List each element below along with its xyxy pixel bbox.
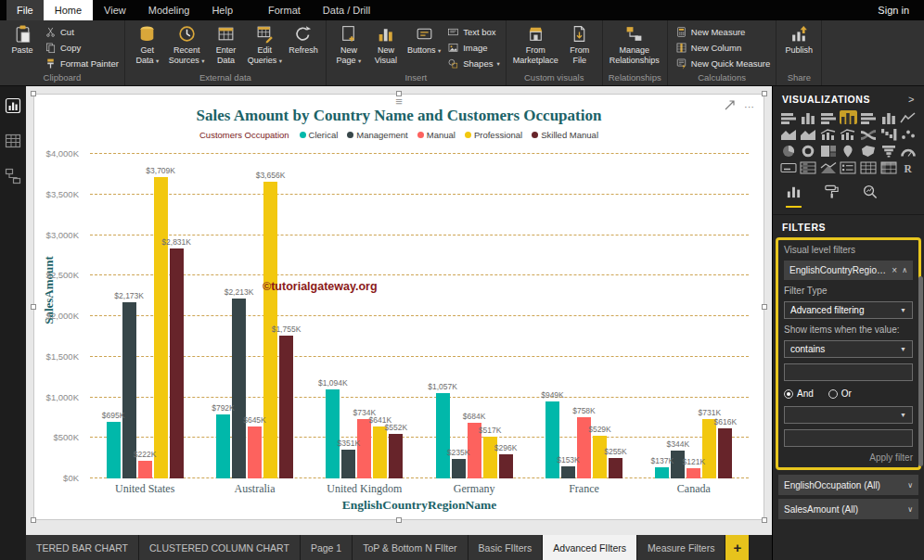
100-stacked-column-chart-icon[interactable] xyxy=(879,110,898,124)
new-measure-button[interactable]: New Measure xyxy=(675,26,771,38)
kpi-icon[interactable] xyxy=(819,160,838,174)
bar-clerical-australia[interactable] xyxy=(216,414,230,478)
manage-relationships-button[interactable]: ManageRelationships xyxy=(607,22,662,65)
page-tab-top-bottom-n-filter[interactable]: ToP & Bottom N FIlter xyxy=(353,535,468,560)
clustered-column-chart-visual[interactable]: ≡ ··· Sales Amount by Country Name and C… xyxy=(33,94,764,520)
line-and-clustered-column-chart-icon[interactable] xyxy=(840,127,858,141)
bar-clerical-germany[interactable] xyxy=(436,393,450,478)
pane-tab-format[interactable] xyxy=(824,184,840,208)
treemap-icon[interactable] xyxy=(819,144,838,158)
operator2-dropdown[interactable]: ▼ xyxy=(784,406,913,424)
legend-item-skilled-manual[interactable]: Skilled Manual xyxy=(532,130,598,140)
bar-manual-australia[interactable] xyxy=(248,426,262,478)
bar-professional-canada[interactable] xyxy=(702,419,716,478)
clustered-bar-chart-icon[interactable] xyxy=(819,110,838,124)
resize-handle[interactable] xyxy=(31,304,36,310)
shapes-button[interactable]: Shapes ▾ xyxy=(447,57,500,70)
donut-chart-icon[interactable] xyxy=(800,144,818,158)
bar-manual-united-kingdom[interactable] xyxy=(357,419,371,478)
remove-filter-icon[interactable]: × xyxy=(892,265,897,275)
bar-management-germany[interactable] xyxy=(452,459,466,478)
ribbon-tab-home[interactable]: Home xyxy=(44,0,93,20)
filter-card-englishcountryregionname[interactable]: EnglishCountryRegionName × ∧ xyxy=(784,261,913,280)
bar-management-united-kingdom[interactable] xyxy=(341,450,355,478)
expand-filter-icon[interactable]: ∨ xyxy=(907,481,913,490)
resize-handle[interactable] xyxy=(31,91,36,96)
map-icon[interactable] xyxy=(840,144,858,158)
sign-in-button[interactable]: Sign in xyxy=(878,0,909,20)
new-column-button[interactable]: New Column xyxy=(675,42,771,54)
gauge-icon[interactable] xyxy=(899,144,918,158)
refresh-button[interactable]: Refresh xyxy=(285,22,322,56)
page-tab-page-1[interactable]: Page 1 xyxy=(301,535,353,560)
copy-button[interactable]: Copy xyxy=(45,42,119,54)
collapse-filter-icon[interactable]: ∧ xyxy=(902,266,907,274)
from-marketplace-button[interactable]: FromMarketplace xyxy=(510,22,561,65)
bar-manual-united-states[interactable] xyxy=(138,461,152,478)
table-icon[interactable] xyxy=(859,160,878,174)
stacked-column-chart-icon[interactable] xyxy=(800,110,818,124)
page-tab-advanced-filters[interactable]: Advanced FIlters xyxy=(543,535,637,560)
legend-item-clerical[interactable]: Clerical xyxy=(300,130,339,140)
bar-clerical-canada[interactable] xyxy=(655,467,669,478)
paste-button[interactable]: Paste xyxy=(4,22,41,56)
waterfall-chart-icon[interactable] xyxy=(879,127,898,141)
bar-skilled-manual-united-states[interactable] xyxy=(170,248,184,478)
bar-clerical-united-kingdom[interactable] xyxy=(326,389,340,478)
legend-item-professional[interactable]: Professional xyxy=(465,130,522,140)
legend-item-management[interactable]: Management xyxy=(347,130,407,140)
apply-filter-link[interactable]: Apply filter xyxy=(869,452,913,463)
bar-skilled-manual-germany[interactable] xyxy=(499,454,513,478)
area-chart-icon[interactable] xyxy=(779,127,798,141)
expand-filter-icon[interactable]: ∨ xyxy=(907,505,913,514)
or-radio[interactable]: Or xyxy=(828,388,852,399)
pane-tab-fields[interactable] xyxy=(786,184,802,208)
new-page-button[interactable]: + xyxy=(725,535,749,560)
edit-queries-button[interactable]: EditQueries ▾ xyxy=(245,22,285,65)
operator-dropdown[interactable]: contains ▼ xyxy=(784,340,913,358)
bar-skilled-manual-canada[interactable] xyxy=(718,428,732,478)
card-icon[interactable] xyxy=(779,160,798,174)
bar-skilled-manual-australia[interactable] xyxy=(279,336,293,478)
matrix-icon[interactable] xyxy=(879,160,898,174)
scatter-chart-icon[interactable] xyxy=(899,127,918,141)
bar-clerical-france[interactable] xyxy=(545,401,559,478)
multi-row-card-icon[interactable] xyxy=(800,160,818,174)
clustered-column-chart-icon[interactable] xyxy=(840,110,858,124)
scrollbar[interactable] xyxy=(918,276,923,466)
resize-handle[interactable] xyxy=(762,517,767,523)
r-script-visual-icon[interactable]: R xyxy=(899,160,918,174)
filter-value2-input[interactable] xyxy=(784,429,913,447)
filled-map-icon[interactable] xyxy=(859,144,878,158)
format-painter-button[interactable]: Format Painter xyxy=(45,57,119,70)
page-tab-clustered-column-chart[interactable]: CLUSTERED COLUMN CHART xyxy=(139,535,301,560)
resize-handle[interactable] xyxy=(396,517,402,523)
resize-handle[interactable] xyxy=(31,517,36,523)
and-radio[interactable]: And xyxy=(784,388,814,399)
new-quick-measure-button[interactable]: New Quick Measure xyxy=(675,57,771,70)
text-box-button[interactable]: Text box xyxy=(447,26,500,38)
filter-card-englishoccupation-all[interactable]: EnglishOccupation (All)∨ xyxy=(778,475,918,495)
line-and-stacked-column-chart-icon[interactable] xyxy=(819,127,838,141)
resize-handle[interactable] xyxy=(762,304,767,310)
resize-handle[interactable] xyxy=(396,91,402,96)
file-menu-button[interactable]: File xyxy=(6,0,44,20)
model-view-icon[interactable] xyxy=(5,168,21,188)
pie-chart-icon[interactable] xyxy=(779,144,798,158)
bar-management-australia[interactable] xyxy=(232,299,246,478)
100-stacked-bar-chart-icon[interactable] xyxy=(859,110,878,124)
ribbon-chart-icon[interactable] xyxy=(859,127,878,141)
bar-professional-france[interactable] xyxy=(593,436,607,478)
collapse-pane-icon[interactable]: > xyxy=(908,94,915,105)
image-button[interactable]: Image xyxy=(447,42,500,54)
get-data-button[interactable]: GetData ▾ xyxy=(129,22,166,65)
line-chart-icon[interactable] xyxy=(899,110,918,124)
report-view-icon[interactable] xyxy=(5,97,21,118)
bar-clerical-united-states[interactable] xyxy=(107,422,121,478)
page-tab-measure-filters[interactable]: Measure Filters xyxy=(637,535,725,560)
pane-tab-analytics[interactable] xyxy=(862,184,878,208)
ribbon-tab-modeling[interactable]: Modeling xyxy=(137,0,201,20)
enter-data-button[interactable]: EnterData xyxy=(208,22,245,65)
ribbon-tab-view[interactable]: View xyxy=(93,0,137,20)
new-page-button[interactable]: NewPage ▾ xyxy=(330,22,367,65)
